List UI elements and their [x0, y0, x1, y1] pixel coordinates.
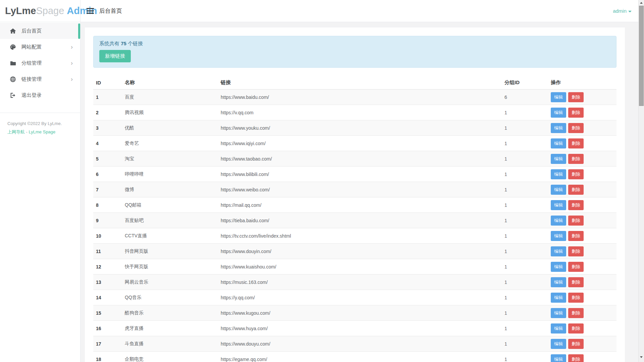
delete-button[interactable]: 删除	[568, 246, 584, 256]
delete-button[interactable]: 删除	[568, 354, 584, 362]
edit-button[interactable]: 编辑	[551, 123, 566, 133]
sidebar-nav: 后台首页网站配置›分组管理›链接管理›退出登录	[0, 23, 80, 103]
chevron-right-icon: ›	[71, 60, 73, 66]
edit-button[interactable]: 编辑	[551, 323, 566, 334]
cell-id: 3	[93, 120, 122, 136]
sidebar-item-link-management[interactable]: 链接管理›	[0, 71, 80, 87]
table-row: 7微博https://www.weibo.com/1编辑删除	[93, 182, 616, 197]
delete-button[interactable]: 删除	[568, 277, 584, 287]
edit-button[interactable]: 编辑	[551, 293, 566, 303]
user-dropdown-label: admin	[613, 8, 627, 14]
user-dropdown[interactable]: admin	[613, 0, 632, 22]
cell-name: 虎牙直播	[122, 321, 218, 336]
sidebar-item-label: 网站配置	[21, 44, 42, 50]
delete-button[interactable]: 删除	[568, 185, 584, 195]
cell-name: 百度贴吧	[122, 213, 218, 228]
edit-button[interactable]: 编辑	[551, 200, 566, 210]
cell-id: 9	[93, 213, 122, 228]
edit-button[interactable]: 编辑	[551, 308, 566, 318]
footer-link-spage[interactable]: LyLme Spage	[29, 129, 56, 134]
link-count: 75	[121, 41, 126, 46]
edit-button[interactable]: 编辑	[551, 185, 566, 195]
cell-id: 4	[93, 136, 122, 151]
cell-group-id: 1	[502, 213, 548, 228]
delete-button[interactable]: 删除	[568, 154, 584, 164]
table-row: 4爱奇艺https://www.iqiyi.com/1编辑删除	[93, 136, 616, 151]
cell-url: https://egame.qq.com/	[218, 352, 502, 362]
sidebar-item-site-config[interactable]: 网站配置›	[0, 39, 80, 55]
cell-name: 淘宝	[122, 151, 218, 167]
cell-group-id: 1	[502, 259, 548, 275]
page-title: 后台首页	[99, 0, 122, 22]
delete-button[interactable]: 删除	[568, 323, 584, 334]
cell-name: CCTV直播	[122, 228, 218, 244]
table-row: 17斗鱼直播https://www.douyu.com/1编辑删除	[93, 336, 616, 352]
delete-button[interactable]: 删除	[568, 123, 584, 133]
cell-actions: 编辑删除	[548, 352, 616, 362]
cell-group-id: 1	[502, 105, 548, 120]
cell-name: 酷狗音乐	[122, 305, 218, 321]
delete-button[interactable]: 删除	[568, 293, 584, 303]
cell-group-id: 6	[502, 89, 548, 105]
edit-button[interactable]: 编辑	[551, 108, 566, 118]
cell-name: 爱奇艺	[122, 136, 218, 151]
table-row: 5淘宝https://www.taobao.com/1编辑删除	[93, 151, 616, 167]
scrollbar-thumb[interactable]	[639, 6, 644, 106]
folder-icon	[9, 60, 16, 66]
cell-id: 5	[93, 151, 122, 167]
delete-button[interactable]: 删除	[568, 231, 584, 241]
alert-text: 系统共有 75 个链接	[99, 41, 610, 47]
cell-group-id: 1	[502, 321, 548, 336]
edit-button[interactable]: 编辑	[551, 262, 566, 272]
alert-suffix: 个链接	[128, 41, 143, 46]
table-row: 15酷狗音乐https://www.kugou.com/1编辑删除	[93, 305, 616, 321]
delete-button[interactable]: 删除	[568, 92, 584, 102]
col-header-group: 分组ID	[502, 76, 548, 89]
delete-button[interactable]: 删除	[568, 262, 584, 272]
cell-actions: 编辑删除	[548, 259, 616, 275]
cell-actions: 编辑删除	[548, 197, 616, 213]
delete-button[interactable]: 删除	[568, 200, 584, 210]
edit-button[interactable]: 编辑	[551, 138, 566, 148]
chevron-right-icon: ›	[71, 44, 73, 50]
cell-group-id: 1	[502, 151, 548, 167]
edit-button[interactable]: 编辑	[551, 277, 566, 287]
table-row: 13网易云音乐https://music.163.com/1编辑删除	[93, 275, 616, 290]
cell-actions: 编辑删除	[548, 120, 616, 136]
scroll-down-arrow-icon[interactable]	[639, 354, 644, 360]
menu-toggle-icon[interactable]	[87, 8, 94, 14]
delete-button[interactable]: 删除	[568, 216, 584, 226]
edit-button[interactable]: 编辑	[551, 216, 566, 226]
delete-button[interactable]: 删除	[568, 339, 584, 349]
delete-button[interactable]: 删除	[568, 169, 584, 179]
edit-button[interactable]: 编辑	[551, 231, 566, 241]
main-content: 系统共有 75 个链接 新增链接 ID 名称 链接 分组ID 操作 1百度htt…	[81, 22, 638, 362]
edit-button[interactable]: 编辑	[551, 92, 566, 102]
edit-button[interactable]: 编辑	[551, 169, 566, 179]
sidebar-item-label: 链接管理	[21, 76, 42, 82]
sidebar-item-logout[interactable]: 退出登录	[0, 87, 80, 103]
scroll-up-arrow-icon[interactable]	[639, 0, 644, 6]
footer-link-nav[interactable]: 上网导航	[7, 129, 25, 134]
cell-actions: 编辑删除	[548, 305, 616, 321]
delete-button[interactable]: 删除	[568, 138, 584, 148]
delete-button[interactable]: 删除	[568, 308, 584, 318]
col-header-url: 链接	[218, 76, 502, 89]
top-navbar: LyLmeSpageAdmin 后台首页 admin	[0, 0, 638, 22]
edit-button[interactable]: 编辑	[551, 154, 566, 164]
cell-url: https://www.douyu.com/	[218, 336, 502, 352]
delete-button[interactable]: 删除	[568, 108, 584, 118]
edit-button[interactable]: 编辑	[551, 246, 566, 256]
page-scrollbar[interactable]	[638, 0, 644, 362]
cell-url: https://www.douyin.com/	[218, 244, 502, 259]
add-link-button[interactable]: 新增链接	[99, 50, 131, 62]
sidebar-scrollbar-thumb[interactable]	[78, 23, 80, 39]
edit-button[interactable]: 编辑	[551, 339, 566, 349]
cell-group-id: 1	[502, 228, 548, 244]
sidebar-item-home[interactable]: 后台首页	[0, 23, 80, 39]
sidebar-footer: Copyright ©2022 By LyLme. 上网导航 - LyLme S…	[0, 113, 80, 135]
sidebar-item-group-management[interactable]: 分组管理›	[0, 55, 80, 71]
edit-button[interactable]: 编辑	[551, 354, 566, 362]
cell-name: 腾讯视频	[122, 105, 218, 120]
cell-name: 百度	[122, 89, 218, 105]
